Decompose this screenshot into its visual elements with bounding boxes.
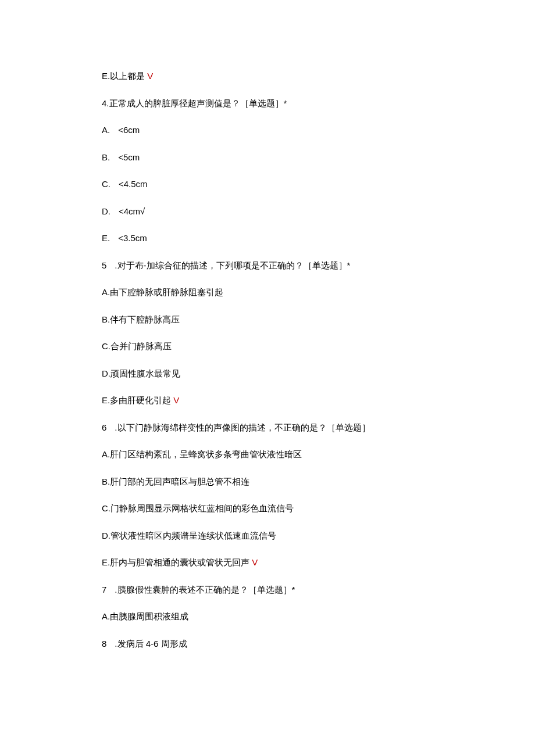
option-text: 合并门静脉高压	[110, 341, 172, 351]
q6-stem: 6.以下门静脉海绵样变性的声像图的描述，不正确的是？［单选题］	[102, 421, 433, 435]
option-prefix: E.	[102, 233, 110, 243]
check-mark: V	[171, 395, 179, 405]
option-text: <3.5cm	[118, 233, 147, 243]
question-number: 8	[102, 639, 106, 648]
option-prefix: A.	[102, 287, 110, 297]
option-prefix: D.	[102, 531, 110, 540]
q4-option-a: A.<6cm	[102, 124, 433, 137]
option-text: 管状液性暗区内频谱呈连续状低速血流信号	[110, 531, 276, 540]
option-text: <4.5cm	[119, 179, 148, 189]
option-text: 肝门区结构紊乱，呈蜂窝状多条弯曲管状液性暗区	[110, 449, 302, 459]
q6-option-e: E.肝内与胆管相通的囊状或管状无回声 V	[102, 556, 433, 569]
option-text: 由胰腺周围积液组成	[110, 611, 188, 621]
q6-option-b: B.肝门部的无回声暗区与胆总管不相连	[102, 475, 433, 489]
check-mark: V	[249, 557, 258, 567]
option-prefix: A.	[102, 611, 110, 621]
option-prefix: B.	[102, 152, 110, 162]
question-number: 7	[102, 585, 106, 594]
q4-option-c: C.<4.5cm	[102, 178, 433, 191]
q8-stem: 8.发病后 4-6 周形成	[102, 637, 433, 651]
q6-option-a: A.肝门区结构紊乱，呈蜂窝状多条弯曲管状液性暗区	[102, 448, 433, 461]
question-text: .对于布-加综合征的描述，下列哪项是不正确的？［单选题］*	[115, 260, 350, 270]
question-text: .发病后 4-6 周形成	[115, 639, 187, 648]
option-prefix: C.	[102, 503, 110, 513]
option-text: 门静脉周围显示网格状红蓝相间的彩色血流信号	[110, 503, 294, 513]
q4-option-d: D.<4cm√	[102, 205, 433, 218]
q4-option-e: E.<3.5cm	[102, 232, 433, 245]
option-text: 以上都是	[110, 71, 145, 81]
option-prefix: C.	[102, 341, 110, 351]
option-prefix: E.	[102, 71, 110, 81]
check-mark: √	[140, 206, 145, 216]
q5-option-e: E.多由肝硬化引起 V	[102, 394, 433, 407]
question-text: .胰腺假性囊肿的表述不正确的是？［单选题］*	[115, 585, 295, 594]
option-text: 伴有下腔静脉高压	[110, 314, 180, 324]
q7-stem: 7.胰腺假性囊肿的表述不正确的是？［单选题］*	[102, 583, 433, 597]
check-mark: V	[145, 71, 153, 81]
q5-option-c: C.合并门静脉高压	[102, 340, 433, 353]
option-text: <6cm	[118, 125, 140, 135]
q6-option-d: D.管状液性暗区内频谱呈连续状低速血流信号	[102, 529, 433, 543]
option-prefix: E.	[102, 557, 110, 567]
option-prefix: D.	[102, 368, 110, 378]
q7-option-a: A.由胰腺周围积液组成	[102, 610, 433, 624]
q5-stem: 5.对于布-加综合征的描述，下列哪项是不正确的？［单选题］*	[102, 259, 433, 273]
option-prefix: D.	[102, 206, 110, 216]
q3-option-e: E.以上都是 V	[102, 70, 433, 83]
option-text: <5cm	[118, 152, 140, 162]
option-text: 顽固性腹水最常见	[110, 368, 180, 378]
option-prefix: A.	[102, 125, 110, 135]
option-text: 多由肝硬化引起	[110, 395, 171, 405]
q4-stem: 4.正常成人的脾脏厚径超声测值是？［单选题］*	[102, 97, 433, 110]
option-text: 肝内与胆管相通的囊状或管状无回声	[110, 557, 249, 567]
q5-option-b: B.伴有下腔静脉高压	[102, 313, 433, 327]
option-prefix: A.	[102, 449, 110, 459]
question-text: .以下门静脉海绵样变性的声像图的描述，不正确的是？［单选题］	[115, 422, 370, 432]
question-text: 正常成人的脾脏厚径超声测值是？［单选题］*	[109, 98, 287, 108]
question-number: 5	[102, 260, 106, 270]
option-text: <4cm	[119, 206, 140, 216]
q5-option-a: A.由下腔静脉或肝静脉阻塞引起	[102, 286, 433, 299]
option-text: 由下腔静脉或肝静脉阻塞引起	[110, 287, 223, 297]
option-prefix: E.	[102, 395, 110, 405]
question-number: 6	[102, 422, 106, 432]
question-number: 4.	[102, 98, 109, 108]
q4-option-b: B.<5cm	[102, 151, 433, 164]
q6-option-c: C.门静脉周围显示网格状红蓝相间的彩色血流信号	[102, 502, 433, 515]
option-prefix: C.	[102, 179, 110, 189]
q5-option-d: D.顽固性腹水最常见	[102, 367, 433, 381]
option-prefix: B.	[102, 476, 110, 486]
option-text: 肝门部的无回声暗区与胆总管不相连	[110, 476, 249, 486]
option-prefix: B.	[102, 314, 110, 324]
